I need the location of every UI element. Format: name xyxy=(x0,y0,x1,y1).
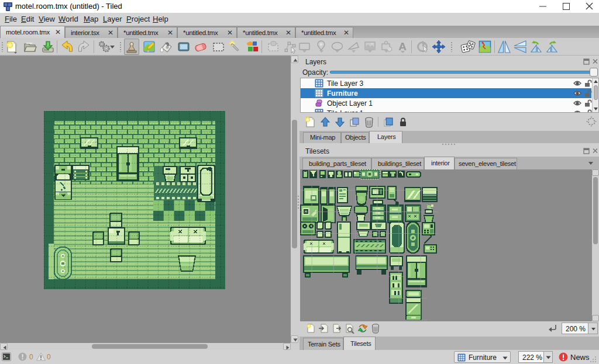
svg-text:A: A xyxy=(398,40,407,53)
